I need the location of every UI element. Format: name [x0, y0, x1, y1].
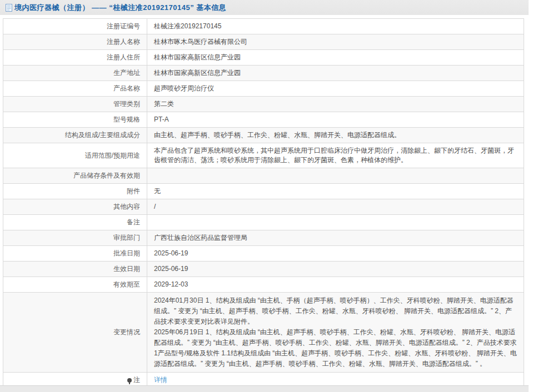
content-area: 注册证编号 桂械注准20192170145 注册人名称 桂林市啄木鸟医疗器械有限…	[0, 15, 533, 385]
row-label: 有效期至	[3, 277, 147, 293]
row-value: 2024年01月30日 1、结构及组成由 “由主机、手柄（超声手柄、喷砂手柄）、…	[147, 293, 524, 373]
row-value	[147, 168, 524, 184]
table-row: 批准日期 2025-06-19	[3, 246, 524, 262]
registration-info-table: 注册证编号 桂械注准20192170145 注册人名称 桂林市啄木鸟医疗器械有限…	[3, 18, 524, 388]
row-label: 其他内容	[3, 199, 147, 215]
table-row: 审批部门 广西壮族自治区药品监督管理局	[3, 230, 524, 246]
table-row: 备注	[3, 215, 524, 230]
table-row: 注册证编号 桂械注准20192170145	[3, 19, 524, 34]
row-value: 2025-06-19	[147, 246, 524, 262]
note-pin-icon	[127, 378, 132, 383]
table-row: 生效日期 2025-06-19	[3, 262, 524, 277]
table-row: 有效期至 2029-12-03	[3, 277, 524, 293]
page-header: 境内医疗器械（注册） —— “桂械注准20192170145” 基本信息	[0, 0, 529, 15]
row-value: 由主机、超声手柄、喷砂手柄、工作尖、粉罐、水瓶、脚踏开关、电源适配器组成。	[147, 128, 524, 143]
row-value: 2025-06-19	[147, 262, 524, 277]
row-label: 注册人住所	[3, 50, 147, 66]
table-row: 注册人名称 桂林市啄木鸟医疗器械有限公司	[3, 34, 524, 50]
bottom-bar	[0, 385, 529, 392]
table-row: 注册人住所 桂林市国家高新区信息产业园	[3, 50, 524, 66]
row-label: 批准日期	[3, 246, 147, 262]
row-value: 广西壮族自治区药品监督管理局	[147, 230, 524, 246]
row-value: /	[147, 199, 524, 215]
row-label: 注册证编号	[3, 19, 147, 34]
row-label: 管理类别	[3, 97, 147, 112]
row-value: 第二类	[147, 97, 524, 112]
row-value: 桂林市国家高新区信息产业园	[147, 50, 524, 66]
row-value: 本产品包含了超声系统和喷砂系统，其中超声系统用于口腔临床治疗中做牙周治疗，清除龈…	[147, 143, 524, 168]
row-label: 生效日期	[3, 262, 147, 277]
document-icon	[6, 4, 12, 12]
table-row: 附件 无	[3, 184, 524, 199]
row-value: 桂械注准20192170145	[147, 19, 524, 34]
change-record-paragraph: 2025年06月19日 1、结构及组成由 “由主机、超声手柄、喷砂手柄、工作尖、…	[154, 327, 517, 369]
row-value: 桂林市国家高新区信息产业园	[147, 66, 524, 81]
row-value	[147, 215, 524, 230]
row-label: 结构及组成/主要组成成分	[3, 128, 147, 143]
change-record-paragraph: 2024年01月30日 1、结构及组成由 “由主机、手柄（超声手柄、喷砂手柄）、…	[154, 295, 517, 327]
row-label: 注册人名称	[3, 34, 147, 50]
row-label: 附件	[3, 184, 147, 199]
table-row: 产品储存条件及有效期	[3, 168, 524, 184]
row-label: 型号规格	[3, 112, 147, 128]
table-row: 生产地址 桂林市国家高新区信息产业园	[3, 66, 524, 81]
page-title: 境内医疗器械（注册） —— “桂械注准20192170145” 基本信息	[14, 3, 226, 13]
row-label: 生产地址	[3, 66, 147, 81]
row-label: 变更情况	[3, 293, 147, 373]
row-label: 产品名称	[3, 81, 147, 97]
table-row: 管理类别 第二类	[3, 97, 524, 112]
table-row: 结构及组成/主要组成成分 由主机、超声手柄、喷砂手柄、工作尖、粉罐、水瓶、脚踏开…	[3, 128, 524, 143]
row-value: PT-A	[147, 112, 524, 128]
row-label: 适用范围/预期用途	[3, 143, 147, 168]
table-row: 型号规格 PT-A	[3, 112, 524, 128]
details-link[interactable]: 详情	[154, 376, 167, 384]
table-row: 产品名称 超声喷砂牙周治疗仪	[3, 81, 524, 97]
table-row: 变更情况 2024年01月30日 1、结构及组成由 “由主机、手柄（超声手柄、喷…	[3, 293, 524, 373]
row-label: 备注	[3, 215, 147, 230]
row-label: 审批部门	[3, 230, 147, 246]
row-label: 产品储存条件及有效期	[3, 168, 147, 184]
row-value: 无	[147, 184, 524, 199]
row-value: 超声喷砂牙周治疗仪	[147, 81, 524, 97]
row-value: 桂林市啄木鸟医疗器械有限公司	[147, 34, 524, 50]
table-row: 其他内容 /	[3, 199, 524, 215]
table-row: 适用范围/预期用途 本产品包含了超声系统和喷砂系统，其中超声系统用于口腔临床治疗…	[3, 143, 524, 168]
row-value: 2029-12-03	[147, 277, 524, 293]
